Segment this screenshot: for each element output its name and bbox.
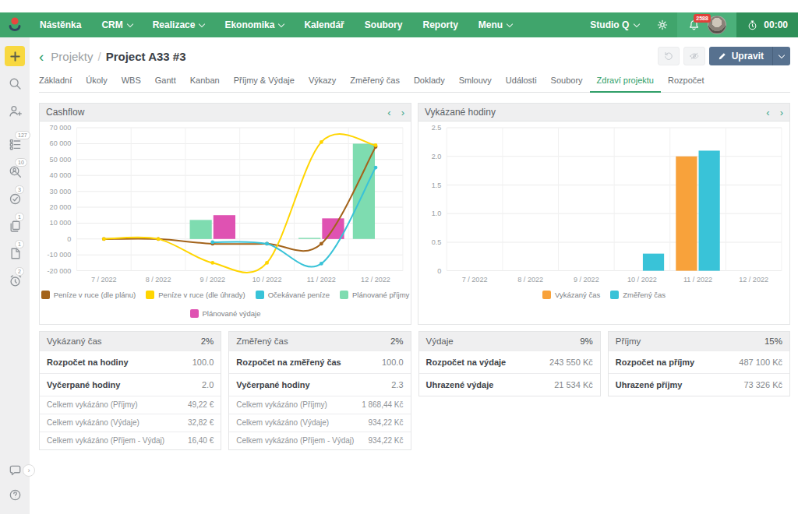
nav-item-menu[interactable]: Menu xyxy=(468,12,522,37)
legend-swatch xyxy=(610,291,619,299)
time-tracker-button[interactable]: 00:00 xyxy=(736,12,798,37)
summary-row-value: 16,40 € xyxy=(188,436,214,445)
summary-row-celkem-vykazano-prijmy: Celkem vykázáno (Příjmy)1 868,44 Kč xyxy=(229,396,410,414)
summary-row-label: Rozpočet na příjmy xyxy=(616,358,694,367)
summary-row-vycerpane-hodiny: Vyčerpané hodiny2.3 xyxy=(229,373,410,396)
sidebar-task-list-button[interactable]: 127 xyxy=(5,134,25,154)
summary-row-celkem-vykazano-vydaje: Celkem vykázáno (Výdaje)934,22 Kč xyxy=(229,414,410,432)
workspace-switcher[interactable]: Studio Q xyxy=(581,12,648,37)
eye-off-icon xyxy=(689,51,700,62)
tab-zdravi-projektu[interactable]: Zdraví projektu xyxy=(590,76,661,93)
svg-text:70 000: 70 000 xyxy=(50,124,72,132)
summary-row-label: Uhrazené výdaje xyxy=(426,380,494,389)
legend-label: Vykázaný čas xyxy=(555,291,600,299)
chat-icon xyxy=(8,463,23,478)
svg-text:8 / 2022: 8 / 2022 xyxy=(517,276,543,284)
tab-soubory[interactable]: Soubory xyxy=(544,76,590,93)
nav-item-soubory[interactable]: Soubory xyxy=(355,12,413,37)
topnav-items: NástěnkaCRMRealizaceEkonomikaKalendářSou… xyxy=(30,12,522,37)
cashflow-next-button[interactable]: › xyxy=(401,107,404,118)
summary-card-income: Příjmy 15% Rozpočet na příjmy487 100 KčU… xyxy=(608,331,790,396)
breadcrumb-parent[interactable]: Projekty xyxy=(51,50,93,63)
nav-item-label: Kalendář xyxy=(304,19,344,30)
tab-wbs[interactable]: WBS xyxy=(115,76,148,93)
sidebar-plus-button[interactable] xyxy=(5,46,25,66)
legend-item-penize-v-ruce-dle-uhrady: Peníze v ruce (dle úhrady) xyxy=(146,291,245,299)
svg-text:10 / 2022: 10 / 2022 xyxy=(252,276,282,284)
sidebar-document-button[interactable]: 1 xyxy=(5,243,25,263)
chevron-down-icon xyxy=(507,20,513,26)
tab-ukoly[interactable]: Úkoly xyxy=(79,76,115,93)
nav-item-reporty[interactable]: Reporty xyxy=(412,12,468,37)
nav-item-nastenka[interactable]: Nástěnka xyxy=(30,12,91,37)
sidebar-copy-docs-button[interactable]: 1 xyxy=(5,216,25,236)
tab-kanban[interactable]: Kanban xyxy=(183,76,227,93)
sidebar-count-badge: 3 xyxy=(15,185,24,194)
app-logo[interactable] xyxy=(0,12,30,37)
summary-row-celkem-vykazano-prijem-vydaj: Celkem vykázáno (Příjem - Výdaj)16,40 € xyxy=(40,432,221,449)
sidebar-person-add-button[interactable] xyxy=(5,100,25,121)
svg-text:40 000: 40 000 xyxy=(50,171,72,179)
summary-row-rozpocet-na-hodiny: Rozpočet na hodiny100.0 xyxy=(40,351,221,373)
sidebar-expand-button[interactable]: › xyxy=(23,464,35,477)
tab-gantt[interactable]: Gantt xyxy=(148,76,183,93)
nav-item-label: Nástěnka xyxy=(40,19,81,30)
summary-percent: 2% xyxy=(390,336,404,346)
series-vykazany-cas xyxy=(676,157,697,271)
tab-smlouvy[interactable]: Smlouvy xyxy=(452,76,499,93)
summary-row-value: 73 326 Kč xyxy=(743,380,782,389)
summary-row-label: Rozpočet na hodiny xyxy=(47,358,129,367)
chevron-down-icon xyxy=(278,20,284,26)
svg-text:-20 000: -20 000 xyxy=(48,267,72,275)
summary-row-label: Rozpočet na změřený čas xyxy=(236,358,341,367)
tab-vykazy[interactable]: Výkazy xyxy=(302,76,343,93)
tab-doklady[interactable]: Doklady xyxy=(407,76,452,93)
cashflow-prev-button[interactable]: ‹ xyxy=(387,107,390,118)
edit-dropdown-button[interactable] xyxy=(772,47,790,65)
stopwatch-icon xyxy=(747,19,758,31)
sidebar-clock-check-button[interactable]: 3 xyxy=(5,188,25,209)
sidebar-search-button[interactable] xyxy=(5,73,25,93)
settings-button[interactable] xyxy=(648,12,677,37)
history-button[interactable] xyxy=(658,47,680,65)
nav-item-label: Reporty xyxy=(422,19,457,30)
header-actions: Upravit xyxy=(658,47,790,65)
breadcrumb-separator: / xyxy=(98,50,101,63)
notification-area: 2588 xyxy=(677,12,736,37)
tab-zmereny-cas[interactable]: Změřený čas xyxy=(343,76,407,93)
summary-row-value: 487 100 Kč xyxy=(739,358,782,367)
notifications-button[interactable]: 2588 xyxy=(687,19,701,32)
reported-hours-prev-button[interactable]: ‹ xyxy=(766,107,769,118)
summary-row-label: Celkem vykázáno (Příjmy) xyxy=(236,400,327,409)
reported-hours-next-button[interactable]: › xyxy=(780,107,783,118)
summary-card-measured-time: Změřený čas 2% Rozpočet na změřený čas10… xyxy=(228,331,411,450)
tab-prijmy-vydaje[interactable]: Příjmy & Výdaje xyxy=(227,76,302,93)
summary-row-rozpocet-na-zmereny-cas: Rozpočet na změřený čas100.0 xyxy=(229,351,410,373)
user-avatar[interactable] xyxy=(708,16,726,34)
edit-button[interactable]: Upravit xyxy=(709,47,772,65)
search-icon xyxy=(8,76,23,91)
back-button[interactable]: ‹ xyxy=(39,49,44,64)
tab-zakladni[interactable]: Základní xyxy=(39,76,79,93)
tab-udalosti[interactable]: Události xyxy=(499,76,544,93)
nav-item-kalendar[interactable]: Kalendář xyxy=(294,12,354,37)
legend-label: Změřený čas xyxy=(623,291,666,299)
nav-item-realizace[interactable]: Realizace xyxy=(143,12,215,37)
summary-row-celkem-vykazano-vydaje: Celkem vykázáno (Výdaje)32,82 € xyxy=(40,414,221,432)
summary-title: Příjmy xyxy=(616,336,641,346)
summary-title: Vykázaný čas xyxy=(47,336,102,346)
summary-row-value: 2.3 xyxy=(391,380,403,389)
summary-row-value: 243 550 Kč xyxy=(549,358,593,367)
sidebar-alarm-button[interactable]: 2 xyxy=(5,270,25,291)
sidebar-help-button[interactable] xyxy=(5,484,25,505)
watch-toggle-button[interactable] xyxy=(683,47,705,65)
nav-item-ekonomika[interactable]: Ekonomika xyxy=(214,12,294,37)
sidebar-search-person-button[interactable]: 10 xyxy=(5,161,25,181)
summary-row-rozpocet-na-vydaje: Rozpočet na výdaje243 550 Kč xyxy=(419,351,600,373)
svg-text:60 000: 60 000 xyxy=(50,139,72,147)
nav-item-crm[interactable]: CRM xyxy=(91,12,142,37)
tab-rozpocet[interactable]: Rozpočet xyxy=(661,76,711,93)
svg-text:11 / 2022: 11 / 2022 xyxy=(683,276,712,284)
summary-row-value: 934,22 Kč xyxy=(368,418,403,427)
legend-label: Očekávané peníze xyxy=(268,291,330,299)
